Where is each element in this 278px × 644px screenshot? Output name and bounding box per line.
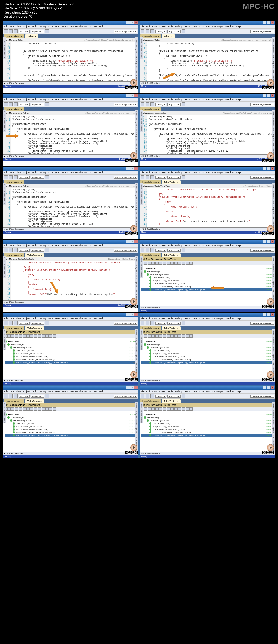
- menu-view[interactable]: View: [152, 390, 157, 393]
- tool-button[interactable]: [141, 394, 144, 398]
- tool-button[interactable]: [4, 102, 8, 106]
- left-panel[interactable]: Server Explorer Toolbox: [140, 183, 143, 205]
- menu-help[interactable]: Help: [236, 98, 241, 101]
- menu-team[interactable]: Team: [184, 317, 190, 320]
- left-panel[interactable]: Server Explorer Toolbox: [3, 110, 6, 132]
- menu-file[interactable]: File: [4, 171, 8, 174]
- test-tool-button[interactable]: [30, 334, 33, 338]
- menu-edit[interactable]: Edit: [10, 390, 14, 393]
- minimize-button[interactable]: -: [126, 313, 130, 316]
- tool-button[interactable]: [45, 175, 49, 179]
- menu-view[interactable]: View: [152, 25, 157, 28]
- test-tool-button[interactable]: [34, 407, 37, 411]
- menu-project[interactable]: Project: [22, 390, 30, 393]
- menu-resharper[interactable]: ReSharper: [75, 98, 87, 101]
- tab-active[interactable]: TellerTests.cs: [162, 253, 181, 257]
- menu-project[interactable]: Project: [22, 171, 30, 174]
- tool-button[interactable]: [146, 321, 149, 325]
- left-panel[interactable]: Server Explorer Toolbox: [3, 37, 6, 59]
- menu-project[interactable]: Project: [22, 317, 30, 320]
- test-row[interactable]: RequestLoan_GoldenMasterSuccess: [5, 352, 137, 355]
- menu-team[interactable]: Team: [48, 98, 53, 101]
- left-panel[interactable]: Server Explorer Toolbox: [3, 402, 6, 423]
- menu-view[interactable]: View: [152, 171, 157, 174]
- menu-team[interactable]: Team: [48, 244, 53, 247]
- menu-debug[interactable]: Debug: [39, 171, 46, 174]
- tool-button[interactable]: [182, 321, 185, 325]
- tool-button[interactable]: [146, 394, 149, 398]
- menu-build[interactable]: Build: [168, 244, 173, 247]
- tab[interactable]: LoanAdvisor.cs: [4, 399, 24, 403]
- test-row[interactable]: ProcessTransaction_DebitsSuccessfullySuc…: [5, 358, 137, 361]
- code[interactable]: "kw">using System; "kw">using System."ty…: [11, 188, 138, 227]
- close-button[interactable]: ×: [271, 94, 274, 97]
- menu-build[interactable]: Build: [168, 98, 173, 101]
- tool-button[interactable]: [141, 102, 144, 106]
- config-select[interactable]: Debug ▾: [19, 103, 30, 106]
- dict-select[interactable]: ParseStringDictiona ▾: [250, 176, 274, 179]
- play-button[interactable]: [130, 298, 137, 305]
- test-row-selected[interactable]: Constructor_NullAccountRepository_Throws…: [5, 361, 137, 364]
- platform-select[interactable]: Any CPU ▾: [167, 322, 181, 325]
- menu-debug[interactable]: Debug: [175, 98, 182, 101]
- play-button[interactable]: [267, 371, 274, 378]
- test-tool-button[interactable]: [45, 334, 49, 338]
- platform-select[interactable]: Any CPU ▾: [167, 249, 181, 252]
- menu-view[interactable]: View: [15, 317, 21, 320]
- test-tool-button[interactable]: [151, 334, 155, 338]
- menu-view[interactable]: View: [15, 98, 21, 101]
- menu-window[interactable]: Window: [225, 171, 234, 174]
- menu-team[interactable]: Team: [184, 25, 190, 28]
- menu-edit[interactable]: Edit: [146, 390, 151, 393]
- menu-debug[interactable]: Debug: [39, 25, 46, 28]
- test-tool-button[interactable]: [49, 407, 52, 411]
- menu-help[interactable]: Help: [236, 25, 241, 28]
- test-tool-button[interactable]: [186, 407, 189, 411]
- menu-edit[interactable]: Edit: [146, 171, 151, 174]
- menu-project[interactable]: Project: [22, 98, 30, 101]
- menu-test[interactable]: Test: [69, 25, 74, 28]
- breadcrumb[interactable]: BankManager.LoanAdvisor▾ RequestApproval…: [3, 184, 138, 188]
- menu-debug[interactable]: Debug: [175, 317, 182, 320]
- menu-resharper[interactable]: ReSharper: [212, 390, 224, 393]
- test-tool-button[interactable]: [167, 407, 170, 411]
- menu-data[interactable]: Data: [55, 25, 60, 28]
- left-panel[interactable]: Server Explorer Toolbox: [3, 329, 6, 350]
- test-row[interactable]: TellerTestsSuccess: [141, 340, 273, 343]
- editor[interactable]: 1 2 3 4 5 6 7 8 9 10 11 12 13 14 15 16 1…: [140, 115, 275, 154]
- tool-button[interactable]: [9, 248, 13, 252]
- menu-help[interactable]: Help: [99, 244, 104, 247]
- config-select[interactable]: Debug ▾: [155, 176, 166, 179]
- config-select[interactable]: Debug ▾: [19, 176, 30, 179]
- test-row-selected[interactable]: Constructor_NullAccountRepository_Throws…: [141, 361, 273, 364]
- editor[interactable]: 31 32 33 34 35 36 37 38 39 40 41 42 43 4…: [3, 42, 138, 81]
- tool-button[interactable]: [150, 248, 154, 252]
- test-tool-button[interactable]: [163, 262, 166, 265]
- play-button[interactable]: [267, 298, 274, 305]
- menu-tools[interactable]: Tools: [198, 390, 204, 393]
- close-button[interactable]: ×: [134, 386, 138, 389]
- menu-edit[interactable]: Edit: [10, 317, 14, 320]
- tool-button[interactable]: [4, 29, 8, 33]
- minimize-button[interactable]: -: [126, 94, 130, 97]
- menu-edit[interactable]: Edit: [146, 244, 151, 247]
- config-select[interactable]: Debug ▾: [155, 395, 166, 398]
- minimize-button[interactable]: -: [263, 386, 266, 389]
- test-tool-button[interactable]: [15, 407, 18, 411]
- tab-active[interactable]: Teller.cs: [25, 34, 38, 38]
- tab[interactable]: LoanAdvisor.cs: [140, 253, 161, 257]
- menu-resharper[interactable]: ReSharper: [75, 244, 87, 247]
- dict-select[interactable]: ParseStringDictiona ▾: [114, 249, 137, 252]
- menu-build[interactable]: Build: [168, 317, 173, 320]
- test-tool-button[interactable]: [53, 334, 56, 338]
- tab[interactable]: LoanAdvisor.cs: [140, 399, 161, 403]
- minimize-button[interactable]: -: [263, 94, 266, 97]
- test-tool-button[interactable]: [178, 262, 181, 265]
- close-button[interactable]: ×: [271, 167, 274, 170]
- menu-project[interactable]: Project: [159, 317, 166, 320]
- platform-select[interactable]: Any CPU ▾: [167, 176, 181, 179]
- tool-button[interactable]: [9, 29, 13, 33]
- menu-resharper[interactable]: ReSharper: [212, 317, 224, 320]
- test-row-selected[interactable]: Constructor_NullAccountRepository_Throws…: [141, 288, 273, 291]
- play-button[interactable]: [267, 444, 274, 451]
